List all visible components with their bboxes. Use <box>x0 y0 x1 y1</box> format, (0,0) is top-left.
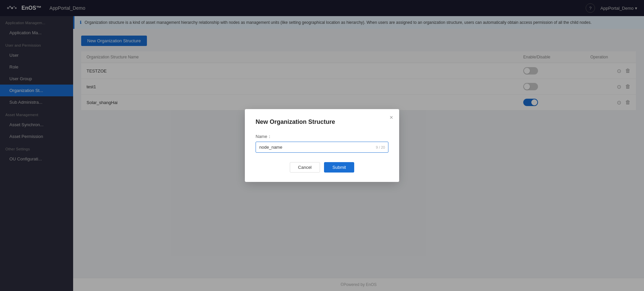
modal-overlay: New Organization Structure × Name： 9 / 2… <box>0 0 644 291</box>
name-label: Name： <box>256 134 388 140</box>
modal-actions: Cancel Submit <box>256 162 388 173</box>
cancel-button[interactable]: Cancel <box>290 162 320 173</box>
input-counter: 9 / 20 <box>376 145 385 149</box>
modal-close-button[interactable]: × <box>389 114 393 120</box>
name-input-wrapper: 9 / 20 <box>256 142 388 153</box>
modal-title: New Organization Structure <box>256 118 388 126</box>
submit-button[interactable]: Submit <box>324 162 354 173</box>
name-input[interactable] <box>256 142 388 153</box>
modal-dialog: New Organization Structure × Name： 9 / 2… <box>245 109 399 182</box>
